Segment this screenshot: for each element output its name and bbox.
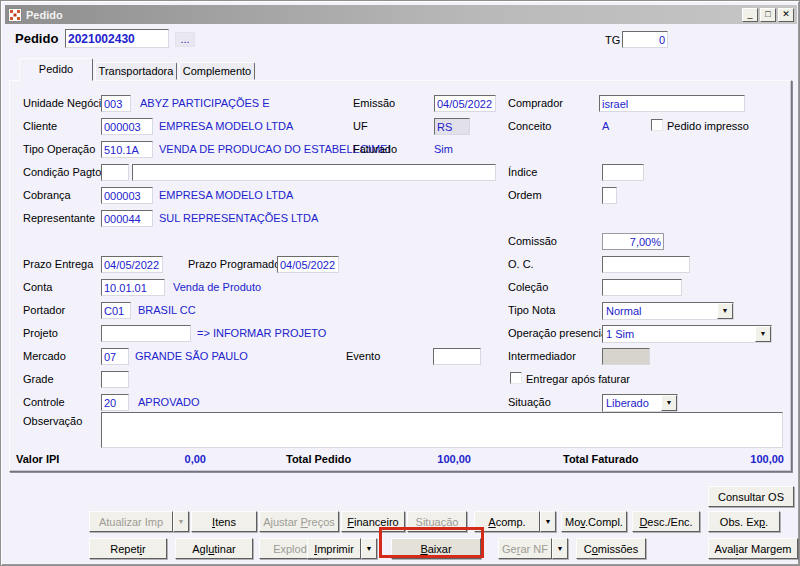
operacao-presencial-select[interactable]: 1 Sim ▼ <box>602 325 772 343</box>
aglutinar-button[interactable]: Aglutinar <box>175 538 253 559</box>
condicao-pagto-label: Condição Pagto. <box>23 166 104 179</box>
pedido-window: Pedido _ □ ✕ Pedido ... TG Pedido Transp… <box>0 0 800 566</box>
grade-input[interactable] <box>101 371 129 388</box>
cliente-label: Cliente <box>23 120 57 133</box>
operacao-presencial-value: 1 Sim <box>606 328 634 340</box>
cliente-code-input[interactable] <box>101 118 153 135</box>
comprador-label: Comprador <box>508 97 563 110</box>
conta-label: Conta <box>23 281 52 294</box>
projeto-input[interactable] <box>101 325 191 342</box>
acomp-dropdown-icon[interactable]: ▼ <box>540 511 556 532</box>
uf-input[interactable] <box>434 118 470 135</box>
pedido-impresso-checkbox[interactable] <box>651 119 663 131</box>
indice-input[interactable] <box>602 164 644 181</box>
gerar-nf-button: Gerar NF <box>498 538 552 559</box>
entregar-apos-faturar-checkbox[interactable] <box>510 372 522 384</box>
controle-desc: APROVADO <box>138 396 200 409</box>
highlight-box <box>379 527 484 558</box>
pedido-lookup-button[interactable]: ... <box>175 32 195 47</box>
imprimir-dropdown-icon[interactable]: ▼ <box>361 538 377 559</box>
portador-desc: BRASIL CC <box>138 304 196 317</box>
tab-pedido[interactable]: Pedido <box>19 58 93 81</box>
projeto-hint: => INFORMAR PROJETO <box>197 327 326 340</box>
total-faturado-value: 100,00 <box>684 453 784 465</box>
colecao-input[interactable] <box>602 279 682 296</box>
chevron-down-icon[interactable]: ▼ <box>755 326 771 342</box>
condicao-pagto-code-input[interactable] <box>101 164 129 181</box>
condicao-pagto-desc-input[interactable] <box>132 164 496 181</box>
evento-label: Evento <box>346 350 380 363</box>
unidade-negocio-desc: ABYZ PARTICIPAÇÕES E <box>140 97 270 110</box>
chevron-down-icon[interactable]: ▼ <box>661 395 677 411</box>
tipo-nota-value: Normal <box>606 305 641 317</box>
gerar-nf-dropdown-icon[interactable]: ▼ <box>552 538 568 559</box>
faturado-value: Sim <box>434 143 453 156</box>
conceito-value: A <box>602 120 609 133</box>
mov-compl-button[interactable]: Mov.Compl. <box>561 511 627 532</box>
comissoes-button[interactable]: Comissões <box>576 538 646 559</box>
avaliar-margem-button[interactable]: Avaliar Margem <box>708 538 798 559</box>
atualizar-imp-button: Atualizar Imp <box>89 511 173 532</box>
cobranca-code-input[interactable] <box>101 187 153 204</box>
tipo-operacao-label: Tipo Operação <box>23 143 95 156</box>
observacao-textarea[interactable] <box>101 412 783 448</box>
situacao-select[interactable]: Liberado ▼ <box>602 394 678 412</box>
tipo-nota-select[interactable]: Normal ▼ <box>602 302 734 320</box>
tipo-operacao-code-input[interactable] <box>101 141 153 158</box>
controle-label: Controle <box>23 396 65 409</box>
itens-button[interactable]: Itens <box>191 511 257 532</box>
emissao-input[interactable] <box>434 95 496 112</box>
entregar-apos-faturar-label: Entregar após faturar <box>526 373 630 386</box>
prazo-entrega-label: Prazo Entrega <box>23 258 93 271</box>
imprimir-button[interactable]: Imprimir <box>307 538 361 559</box>
uf-label: UF <box>353 120 368 133</box>
close-icon[interactable]: ✕ <box>778 8 794 22</box>
prazo-entrega-input[interactable] <box>101 256 163 273</box>
maximize-icon[interactable]: □ <box>760 8 776 22</box>
ajustar-precos-button: Ajustar Preços <box>259 511 339 532</box>
consultar-os-button[interactable]: Consultar OS <box>708 486 794 507</box>
comissao-input[interactable] <box>602 233 664 250</box>
mercado-desc: GRANDE SÃO PAULO <box>135 350 248 363</box>
repetir-button[interactable]: Repetir <box>89 538 167 559</box>
oc-label: O. C. <box>508 258 534 271</box>
chevron-down-icon[interactable]: ▼ <box>717 303 733 319</box>
mercado-code-input[interactable] <box>101 348 129 365</box>
comprador-input[interactable] <box>599 95 745 112</box>
prazo-programado-input[interactable] <box>277 256 339 273</box>
intermediador-input <box>602 348 650 365</box>
conta-code-input[interactable] <box>101 279 165 296</box>
tab-transportadora[interactable]: Transportadora <box>95 62 177 80</box>
tg-input[interactable] <box>622 31 668 48</box>
comissao-label: Comissão <box>508 235 557 248</box>
tipo-nota-label: Tipo Nota <box>508 304 555 317</box>
representante-code-input[interactable] <box>101 210 153 227</box>
obs-exp-button[interactable]: Obs. Exp. <box>708 511 780 532</box>
pedido-number-input[interactable] <box>65 29 169 48</box>
indice-label: Índice <box>508 166 537 179</box>
faturado-label: Faturado <box>353 143 397 156</box>
desc-enc-button[interactable]: Desc./Enc. <box>632 511 700 532</box>
oc-input[interactable] <box>602 256 690 273</box>
representante-label: Representante <box>23 212 95 225</box>
tab-complemento[interactable]: Complemento <box>179 62 255 80</box>
total-pedido-value: 100,00 <box>371 453 471 465</box>
portador-code-input[interactable] <box>101 302 131 319</box>
controle-code-input[interactable] <box>101 394 129 411</box>
app-icon-glyph <box>9 9 21 21</box>
minimize-icon[interactable]: _ <box>742 8 758 22</box>
conceito-label: Conceito <box>508 120 551 133</box>
unidade-negocio-code-input[interactable] <box>101 95 131 112</box>
valor-ipi-value: 0,00 <box>106 453 206 465</box>
total-pedido-label: Total Pedido <box>286 453 351 466</box>
ordem-input[interactable] <box>602 187 617 204</box>
situacao-campo-label: Situação <box>508 396 551 409</box>
representante-desc: SUL REPRESENTAÇÕES LTDA <box>159 212 318 225</box>
emissao-label: Emissão <box>353 97 395 110</box>
cliente-desc: EMPRESA MODELO LTDA <box>159 120 293 133</box>
mercado-label: Mercado <box>23 350 66 363</box>
atualizar-imp-dropdown-icon: ▼ <box>173 511 189 532</box>
evento-input[interactable] <box>433 348 481 365</box>
pedido-impresso-label: Pedido impresso <box>667 120 749 133</box>
grade-label: Grade <box>23 373 54 386</box>
